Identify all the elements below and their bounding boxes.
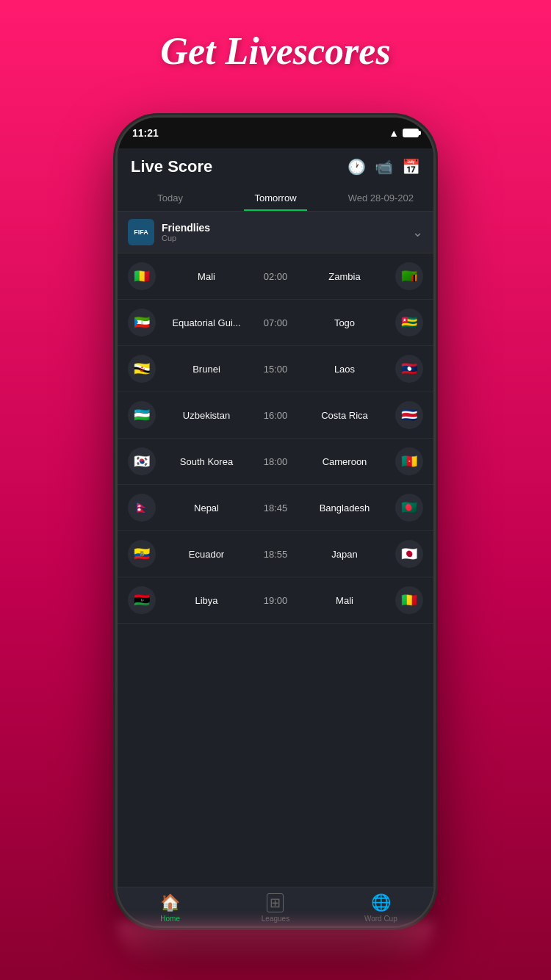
home-team-name: Brunei	[156, 364, 257, 375]
match-time: 18:45	[257, 502, 294, 514]
match-time: 07:00	[257, 317, 294, 328]
header-icons: 🕐 📹 📅	[347, 158, 420, 176]
phone-reflection	[118, 921, 433, 965]
worldcup-icon: 🌐	[371, 893, 391, 912]
home-team-name: South Korea	[156, 456, 257, 467]
wifi-icon: ▲	[389, 127, 399, 139]
away-flag: 🇱🇦	[395, 355, 423, 383]
leagues-icon: ⊞	[267, 893, 284, 912]
away-team-name: Bangladesh	[294, 502, 395, 514]
tab-tomorrow[interactable]: Tomorrow	[223, 185, 328, 211]
chevron-down-icon: ⌄	[412, 224, 423, 240]
home-flag: 🇰🇷	[128, 447, 156, 475]
match-time: 18:00	[257, 456, 294, 467]
status-icons: ▲	[389, 127, 419, 139]
clock-icon[interactable]: 🕐	[347, 158, 366, 176]
match-row[interactable]: 🇬🇶 Equatorial Gui... 07:00 Togo 🇹🇬	[118, 300, 433, 346]
home-team-name: Mali	[156, 271, 257, 282]
league-header[interactable]: FIFA Friendlies Cup ⌄	[118, 212, 433, 253]
home-flag: 🇺🇿	[128, 401, 156, 429]
league-name: Friendlies	[162, 222, 412, 234]
match-row[interactable]: 🇺🇿 Uzbekistan 16:00 Costa Rica 🇨🇷	[118, 392, 433, 439]
status-time: 11:21	[132, 127, 159, 139]
away-flag: 🇿🇲	[395, 262, 423, 290]
away-flag: 🇧🇩	[395, 494, 423, 522]
calendar-icon[interactable]: 📅	[402, 158, 420, 176]
content-area: FIFA Friendlies Cup ⌄ 🇲🇱 Mali 02:00 Zamb…	[118, 212, 433, 887]
match-row[interactable]: 🇰🇷 South Korea 18:00 Cameroon 🇨🇲	[118, 439, 433, 485]
bottom-nav: 🏠 Home ⊞ Leagues 🌐 Word Cup	[118, 887, 433, 926]
video-icon[interactable]: 📹	[375, 158, 393, 176]
app-title: Live Score	[131, 157, 212, 176]
home-flag: 🇳🇵	[128, 494, 156, 522]
match-row[interactable]: 🇪🇨 Ecuador 18:55 Japan 🇯🇵	[118, 531, 433, 577]
away-flag: 🇨🇲	[395, 447, 423, 475]
match-time: 02:00	[257, 271, 294, 282]
match-time: 18:55	[257, 549, 294, 560]
nav-home[interactable]: 🏠 Home	[118, 893, 223, 923]
home-team-name: Equatorial Gui...	[156, 317, 257, 328]
app-header: Live Score 🕐 📹 📅	[118, 148, 433, 185]
phone-screen: Live Score 🕐 📹 📅 Today Tomorrow Wed 28-0…	[118, 148, 433, 926]
tab-today[interactable]: Today	[118, 185, 223, 211]
nav-worldcup[interactable]: 🌐 Word Cup	[328, 893, 433, 923]
home-team-name: Nepal	[156, 502, 257, 514]
home-team-name: Ecuador	[156, 549, 257, 560]
nav-leagues[interactable]: ⊞ Leagues	[223, 893, 328, 923]
phone-frame: 11:21 ▲ Live Score 🕐 📹 📅 Today Tomorrow	[118, 118, 433, 926]
league-logo: FIFA	[128, 219, 154, 245]
league-info: Friendlies Cup	[162, 222, 412, 242]
away-team-name: Togo	[294, 317, 395, 328]
away-team-name: Zambia	[294, 271, 395, 282]
match-row[interactable]: 🇳🇵 Nepal 18:45 Bangladesh 🇧🇩	[118, 485, 433, 531]
away-team-name: Japan	[294, 549, 395, 560]
away-team-name: Costa Rica	[294, 410, 395, 421]
matches-list: 🇲🇱 Mali 02:00 Zambia 🇿🇲 🇬🇶 Equatorial Gu…	[118, 253, 433, 624]
home-flag: 🇲🇱	[128, 262, 156, 290]
away-team-name: Laos	[294, 364, 395, 375]
home-flag: 🇧🇳	[128, 355, 156, 383]
home-flag: 🇪🇨	[128, 540, 156, 568]
league-cup: Cup	[162, 234, 412, 242]
away-flag: 🇹🇬	[395, 309, 423, 336]
status-bar: 11:21 ▲	[118, 118, 433, 148]
home-team-name: Libya	[156, 595, 257, 606]
away-flag: 🇨🇷	[395, 401, 423, 429]
home-icon: 🏠	[160, 893, 180, 912]
match-time: 19:00	[257, 595, 294, 606]
home-flag: 🇬🇶	[128, 309, 156, 336]
match-row[interactable]: 🇲🇱 Mali 02:00 Zambia 🇿🇲	[118, 253, 433, 300]
match-time: 15:00	[257, 364, 294, 375]
home-team-name: Uzbekistan	[156, 410, 257, 421]
tab-bar: Today Tomorrow Wed 28-09-202	[118, 185, 433, 212]
match-time: 16:00	[257, 410, 294, 421]
away-flag: 🇲🇱	[395, 586, 423, 614]
away-team-name: Cameroon	[294, 456, 395, 467]
match-row[interactable]: 🇧🇳 Brunei 15:00 Laos 🇱🇦	[118, 346, 433, 392]
tab-wed[interactable]: Wed 28-09-202	[328, 185, 433, 211]
match-row[interactable]: 🇱🇾 Libya 19:00 Mali 🇲🇱	[118, 577, 433, 624]
away-flag: 🇯🇵	[395, 540, 423, 568]
page-title: Get Livescores	[0, 0, 551, 87]
away-team-name: Mali	[294, 595, 395, 606]
home-flag: 🇱🇾	[128, 586, 156, 614]
battery-icon	[403, 129, 419, 137]
notch-cutout	[231, 118, 320, 138]
